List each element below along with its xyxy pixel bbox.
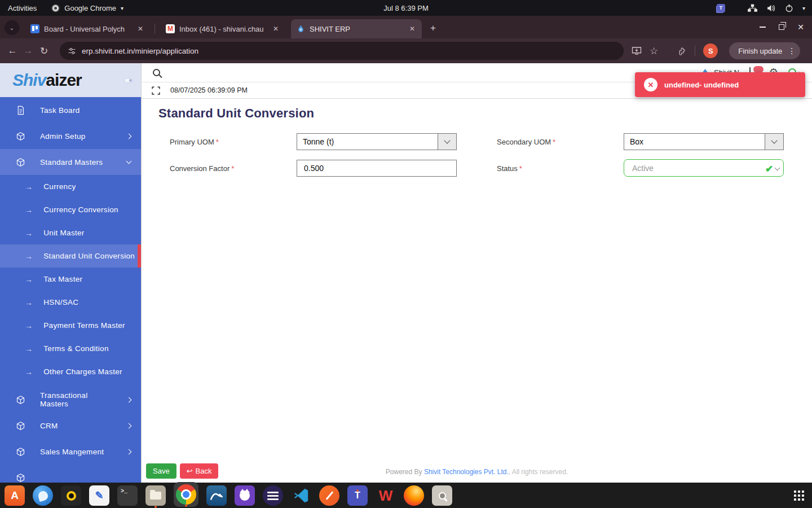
sidebar-item-label: Tax Master xyxy=(43,275,82,283)
bookmark-star-icon[interactable]: ☆ xyxy=(650,45,658,57)
sidebar-item-unit-master[interactable]: → Unit Master xyxy=(0,221,141,244)
cube-icon xyxy=(16,421,25,431)
error-toast[interactable]: ✕ undefined- undefined xyxy=(635,72,805,97)
mysql-workbench-icon[interactable] xyxy=(206,485,227,506)
footer-suffix: , All rights reserved. xyxy=(509,468,568,476)
thunderbird-icon[interactable] xyxy=(33,485,53,506)
chevron-down-icon xyxy=(771,137,777,143)
sidebar-item-admin-setup[interactable]: Admin Setup xyxy=(0,123,141,149)
sidebar-item-tax-master[interactable]: → Tax Master xyxy=(0,268,141,291)
finish-update-label: Finish update xyxy=(738,47,782,55)
show-applications-icon[interactable] xyxy=(794,491,804,501)
tab-close-icon[interactable]: ✕ xyxy=(272,25,280,33)
chevron-right-icon xyxy=(126,397,132,402)
main-panel: 08/07/2025 06:39:09 PM Shivit N ⚙ xyxy=(141,63,812,483)
sidebar-item-payment-terms-master[interactable]: → Payment Terms Master xyxy=(0,314,141,337)
chevron-right-icon xyxy=(126,133,132,139)
arrow-right-icon: → xyxy=(25,205,33,214)
close-button[interactable]: ✕ xyxy=(795,21,806,33)
secondary-uom-dropdown-button[interactable] xyxy=(765,134,783,150)
sidebar-item-currency-conversion[interactable]: → Currency Conversion xyxy=(0,198,141,221)
wps-office-icon[interactable]: W xyxy=(376,485,396,506)
terminal-icon[interactable]: >_ xyxy=(117,485,138,506)
sidebar-item-terms-condition[interactable]: → Terms & Condition xyxy=(0,337,141,360)
sidebar-item-sales-management[interactable]: Sales Mangement xyxy=(0,439,141,465)
screenshot-tool-icon[interactable] xyxy=(432,485,452,506)
tab-board[interactable]: Board - Universal Polych ✕ xyxy=(25,19,150,38)
arrow-right-icon: → xyxy=(25,321,33,330)
minimize-button[interactable] xyxy=(757,21,768,33)
sidebar-item-hsn-sac[interactable]: → HSN/SAC xyxy=(0,291,141,314)
chevron-down-icon xyxy=(444,137,450,143)
extensions-icon[interactable] xyxy=(677,46,687,56)
postman-icon[interactable] xyxy=(319,485,339,506)
cube-icon xyxy=(16,395,25,405)
power-icon[interactable] xyxy=(785,4,793,12)
ubuntu-software-icon[interactable]: A xyxy=(5,485,25,506)
chrome-dock-icon[interactable] xyxy=(176,484,196,505)
secondary-uom-select[interactable]: Box xyxy=(624,133,784,150)
reload-button[interactable]: ↻ xyxy=(36,43,52,59)
sidebar-item-transactional-masters[interactable]: Transactional Masters xyxy=(0,387,141,413)
system-menu-chevron-icon[interactable]: ▾ xyxy=(802,5,805,11)
restore-button[interactable] xyxy=(776,21,787,33)
forward-button[interactable]: → xyxy=(20,43,36,59)
files-icon[interactable] xyxy=(145,485,166,506)
vscode-icon[interactable] xyxy=(291,485,311,506)
finish-update-button[interactable]: Finish update ⋮ xyxy=(729,42,800,59)
chrome-dock-highlight[interactable] xyxy=(174,482,198,507)
install-icon[interactable] xyxy=(632,46,642,55)
gmail-icon: M xyxy=(166,24,175,33)
sidebar-item-label: Unit Master xyxy=(43,229,84,237)
rhythmbox-icon[interactable] xyxy=(61,485,81,506)
flame-icon xyxy=(297,24,305,33)
sidebar-menu: Task Board Admin Setup Standard Maste xyxy=(0,97,141,483)
search-icon xyxy=(153,69,160,76)
teams-icon[interactable]: T xyxy=(347,485,368,506)
sidebar-item-label: Admin Setup xyxy=(40,132,112,141)
firefox-icon[interactable] xyxy=(404,485,424,506)
tab-search-button[interactable]: ⌄ xyxy=(5,20,19,35)
sidebar-item-task-board[interactable]: Task Board xyxy=(0,97,141,123)
teams-tray-icon[interactable]: T xyxy=(717,4,725,12)
notification-badge xyxy=(753,66,764,73)
tab-shivit-erp[interactable]: SHIVIT ERP ✕ xyxy=(291,19,422,38)
arrow-right-icon: → xyxy=(25,275,33,284)
tab-inbox[interactable]: M Inbox (461) - shivani.chau ✕ xyxy=(160,19,285,38)
trello-icon xyxy=(30,24,39,33)
sidebar-item-partial[interactable] xyxy=(0,465,141,483)
sidebar-item-label: Currency Conversion xyxy=(43,205,118,214)
tab-close-icon[interactable]: ✕ xyxy=(408,25,416,33)
clock[interactable]: Jul 8 6:39 PM xyxy=(0,4,812,12)
sidebar-item-label: Transactional Masters xyxy=(40,391,112,408)
url-bar[interactable]: erp.shivit.net.in/minierp/application xyxy=(60,42,624,60)
volume-icon[interactable] xyxy=(766,4,776,12)
eclipse-icon[interactable] xyxy=(263,485,283,506)
github-desktop-icon[interactable] xyxy=(235,485,255,506)
footer-company-link[interactable]: Shivit Technologies Pvt. Ltd. xyxy=(424,468,509,476)
logo-text-secondary: aizer xyxy=(46,71,81,90)
site-settings-icon[interactable] xyxy=(68,47,76,55)
status-input[interactable] xyxy=(624,159,784,177)
toast-message: undefined- undefined xyxy=(664,81,739,89)
profile-avatar[interactable]: S xyxy=(703,43,718,58)
primary-uom-select[interactable]: Tonne (t) xyxy=(297,133,457,150)
browser-menu-icon[interactable]: ⋮ xyxy=(788,46,796,55)
sidebar-item-standard-unit-conversion[interactable]: → Standard Unit Conversion xyxy=(0,244,141,268)
sidebar-item-crm[interactable]: CRM xyxy=(0,413,141,439)
sidebar-toggle[interactable] xyxy=(124,78,133,83)
primary-uom-value: Tonne (t) xyxy=(297,134,438,150)
new-tab-button[interactable]: + xyxy=(426,21,440,35)
sidebar-item-other-charges-master[interactable]: → Other Charges Master xyxy=(0,360,141,383)
primary-uom-dropdown-button[interactable] xyxy=(438,134,456,150)
chrome-toolbar: ← → ↻ erp.shivit.net.in/minierp/applicat… xyxy=(0,38,812,63)
tab-close-icon[interactable]: ✕ xyxy=(136,25,144,33)
sidebar-item-currency[interactable]: → Currency xyxy=(0,175,141,198)
text-editor-icon[interactable]: ✎ xyxy=(89,485,109,506)
fullscreen-icon[interactable] xyxy=(152,86,160,95)
conversion-factor-input[interactable] xyxy=(297,160,457,177)
arrow-right-icon: → xyxy=(25,298,33,307)
sidebar-item-standard-masters[interactable]: Standard Masters xyxy=(0,149,141,175)
network-icon[interactable] xyxy=(748,4,757,12)
back-button[interactable]: ← xyxy=(5,43,20,59)
